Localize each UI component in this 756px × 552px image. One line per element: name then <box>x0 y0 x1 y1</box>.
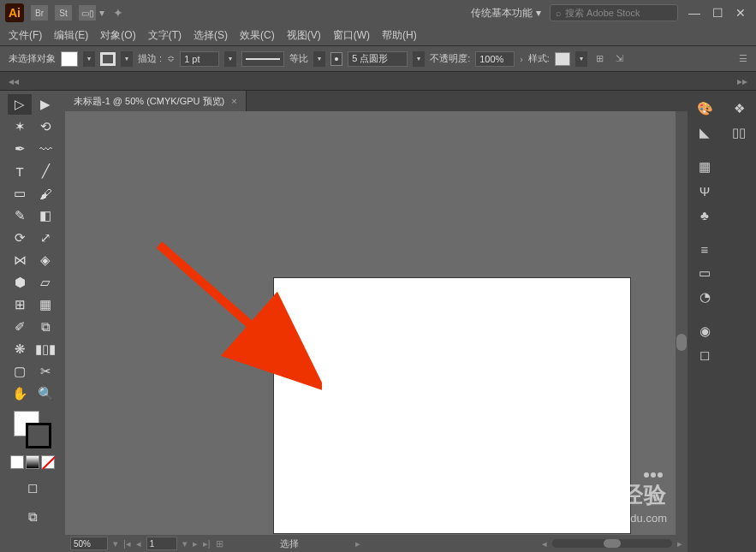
uniform-dropdown-icon[interactable]: ▾ <box>313 51 325 67</box>
hscroll-left-icon[interactable]: ◂ <box>542 538 547 549</box>
column-graph-tool[interactable]: ▮▯▮ <box>33 339 57 359</box>
color-guide-panel-icon[interactable]: ◣ <box>693 122 717 144</box>
horizontal-scrollbar[interactable] <box>552 539 672 548</box>
brush-dropdown-icon[interactable]: ▾ <box>413 51 425 67</box>
stroke-dropdown-icon[interactable]: ▾ <box>121 51 133 67</box>
rectangle-tool[interactable]: ▭ <box>8 183 32 204</box>
lasso-tool[interactable]: ⟲ <box>33 116 57 137</box>
search-input[interactable]: ⌕ 搜索 Adobe Stock <box>550 4 678 21</box>
libraries-panel-icon[interactable]: ▯▯ <box>727 122 751 144</box>
type-tool[interactable]: T <box>8 161 32 181</box>
shape-builder-tool[interactable]: ⬢ <box>8 272 32 293</box>
transparency-panel-icon[interactable]: ◔ <box>693 286 717 308</box>
rotate-tool[interactable]: ⟳ <box>8 228 32 248</box>
transform-icon[interactable]: ⇲ <box>616 53 623 64</box>
zoom-tool[interactable]: 🔍 <box>33 383 57 404</box>
stroke-stepper-icon[interactable]: ≎ <box>167 53 175 64</box>
prefs-icon[interactable]: ☰ <box>739 53 747 64</box>
opacity-input[interactable] <box>475 51 515 67</box>
menu-effect[interactable]: 效果(C) <box>240 28 275 43</box>
align-icon[interactable]: ⊞ <box>596 53 604 64</box>
layers-panel-icon[interactable]: ❖ <box>727 98 751 120</box>
style-dropdown-icon[interactable]: ▾ <box>575 51 587 67</box>
artboard-number-input[interactable] <box>146 537 177 550</box>
pen-tool[interactable]: ✒ <box>8 139 32 159</box>
minimize-icon[interactable]: — <box>688 6 700 20</box>
brushes-panel-icon[interactable]: Ψ <box>693 180 717 202</box>
color-selector[interactable] <box>14 411 51 448</box>
tab-close-icon[interactable]: × <box>231 96 236 106</box>
menu-object[interactable]: 对象(O) <box>100 28 135 43</box>
menu-select[interactable]: 选择(S) <box>193 28 228 43</box>
style-swatch[interactable] <box>555 52 570 66</box>
scrollbar-thumb[interactable] <box>676 334 687 351</box>
subbar-right-icon[interactable]: ▸▸ <box>737 75 747 87</box>
stroke-swatch[interactable] <box>100 52 116 66</box>
line-tool[interactable]: ╱ <box>33 161 57 181</box>
prev-artboard-icon[interactable]: ◂ <box>136 538 141 549</box>
zoom-input[interactable] <box>70 537 108 550</box>
hand-tool[interactable]: ✋ <box>8 383 32 404</box>
vertical-scrollbar[interactable] <box>676 111 688 535</box>
maximize-icon[interactable]: ☐ <box>712 6 723 20</box>
artboard-dropdown-icon[interactable]: ▾ <box>182 538 188 549</box>
free-transform-tool[interactable]: ◈ <box>33 250 57 270</box>
zoom-dropdown-icon[interactable]: ▾ <box>113 538 118 549</box>
draw-mode-icon[interactable]: ◻ <box>21 478 45 498</box>
blend-tool[interactable]: ⧉ <box>33 317 57 337</box>
symbol-sprayer-tool[interactable]: ❋ <box>8 339 32 359</box>
shaper-tool[interactable]: ✎ <box>8 205 32 226</box>
first-artboard-icon[interactable]: |◂ <box>123 538 131 549</box>
stock-icon[interactable]: St <box>55 5 72 21</box>
hscroll-thumb[interactable] <box>604 539 621 548</box>
eraser-tool[interactable]: ◧ <box>33 205 57 226</box>
gradient-mode-icon[interactable] <box>26 455 39 469</box>
subbar-left-icon[interactable]: ◂◂ <box>9 75 19 87</box>
canvas-area[interactable]: 未标题-1 @ 50% (CMYK/GPU 预览) × Baidu 经验 jin… <box>65 91 688 552</box>
menu-window[interactable]: 窗口(W) <box>333 28 370 43</box>
document-tab[interactable]: 未标题-1 @ 50% (CMYK/GPU 预览) × <box>65 91 247 111</box>
menu-text[interactable]: 文字(T) <box>148 28 182 43</box>
appearance-panel-icon[interactable]: ◉ <box>693 320 717 342</box>
screen-mode-icon[interactable]: ⧉ <box>21 507 45 527</box>
direct-selection-tool[interactable]: ▶ <box>33 94 57 115</box>
bridge-icon[interactable]: Br <box>31 5 48 21</box>
graphic-styles-panel-icon[interactable]: ◻ <box>693 344 717 366</box>
menu-edit[interactable]: 编辑(E) <box>54 28 88 43</box>
gpu-icon[interactable]: ✦ <box>113 6 123 20</box>
symbols-panel-icon[interactable]: ♣ <box>693 204 717 226</box>
color-panel-icon[interactable]: 🎨 <box>693 98 717 120</box>
close-icon[interactable]: ✕ <box>735 6 746 20</box>
selection-tool[interactable]: ▷ <box>8 94 32 115</box>
last-artboard-icon[interactable]: ▸| <box>203 538 211 549</box>
arrange-icon[interactable]: ▭▯ <box>79 5 96 21</box>
artboard-tool[interactable]: ▢ <box>8 361 32 382</box>
menu-view[interactable]: 视图(V) <box>287 28 321 43</box>
next-artboard-icon[interactable]: ▸ <box>193 538 198 549</box>
perspective-tool[interactable]: ▱ <box>33 272 57 293</box>
magic-wand-tool[interactable]: ✶ <box>8 116 32 137</box>
fill-dropdown-icon[interactable]: ▾ <box>83 51 95 67</box>
slice-tool[interactable]: ✂ <box>33 361 57 382</box>
workspace-label[interactable]: 传统基本功能 <box>471 6 533 21</box>
arrange-dropdown-icon[interactable]: ▾ <box>99 7 104 19</box>
paintbrush-tool[interactable]: 🖌 <box>33 183 57 204</box>
stroke-color-swatch[interactable] <box>26 423 51 448</box>
artboard-nav-icon[interactable]: ⊞ <box>216 538 223 549</box>
brush-profile-input[interactable] <box>348 51 408 67</box>
status-more-icon[interactable]: ▸ <box>355 538 360 549</box>
workspace-dropdown-icon[interactable]: ▾ <box>536 7 541 19</box>
curvature-tool[interactable]: 〰 <box>33 139 57 159</box>
stroke-panel-icon[interactable]: ≡ <box>693 238 717 260</box>
stroke-width-input[interactable] <box>180 51 219 67</box>
menu-file[interactable]: 文件(F) <box>9 28 42 43</box>
width-tool[interactable]: ⋈ <box>8 250 32 270</box>
hscroll-right-icon[interactable]: ▸ <box>677 538 682 549</box>
stroke-width-dropdown-icon[interactable]: ▾ <box>224 51 236 67</box>
menu-help[interactable]: 帮助(H) <box>382 28 417 43</box>
opacity-more-icon[interactable]: › <box>520 54 523 64</box>
eyedropper-tool[interactable]: ✐ <box>8 317 32 337</box>
gradient-tool[interactable]: ▦ <box>33 294 57 315</box>
mesh-tool[interactable]: ⊞ <box>8 294 32 315</box>
gradient-panel-icon[interactable]: ▭ <box>693 262 717 284</box>
